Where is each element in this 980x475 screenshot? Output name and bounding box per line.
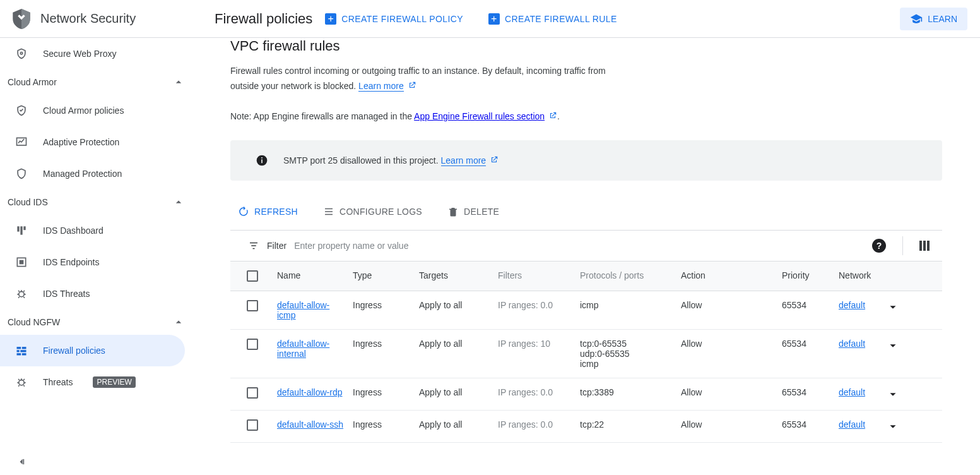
sidebar-item-ids-threats[interactable]: IDS Threats bbox=[0, 278, 195, 310]
cell-priority: 65534 bbox=[779, 330, 836, 378]
cell-filters: IP ranges: 0.0 bbox=[495, 291, 577, 329]
row-checkbox[interactable] bbox=[247, 387, 258, 399]
svg-rect-13 bbox=[22, 353, 27, 355]
col-filters[interactable]: Filters bbox=[495, 262, 577, 291]
svg-rect-3 bbox=[20, 226, 22, 234]
proxy-icon bbox=[15, 47, 28, 60]
svg-point-7 bbox=[19, 292, 24, 297]
smtp-learn-more-link[interactable]: Learn more bbox=[441, 155, 487, 166]
collapse-sidebar-button[interactable] bbox=[0, 447, 195, 475]
cell-filters: IP ranges: 10 bbox=[495, 330, 577, 378]
sidebar-group-cloud-armor[interactable]: Cloud Armor bbox=[0, 69, 195, 95]
cell-protocols: tcp:0-65535 udp:0-65535 icmp bbox=[577, 330, 678, 378]
external-link-icon bbox=[490, 155, 499, 164]
cell-priority: 65534 bbox=[779, 411, 836, 442]
svg-rect-10 bbox=[17, 350, 20, 352]
note-text: Note: App Engine firewalls are managed i… bbox=[230, 111, 942, 121]
plus-icon: + bbox=[488, 13, 500, 25]
network-link[interactable]: default bbox=[839, 419, 865, 430]
svg-rect-2 bbox=[17, 226, 19, 231]
column-settings-button[interactable] bbox=[919, 241, 930, 251]
cell-type: Ingress bbox=[350, 378, 416, 410]
create-firewall-rule-button[interactable]: + CREATE FIREWALL RULE bbox=[488, 13, 617, 25]
sidebar-group-cloud-ngfw[interactable]: Cloud NGFW bbox=[0, 310, 195, 335]
sidebar-item-label: Adaptive Protection bbox=[43, 137, 119, 147]
learn-more-label: Learn more bbox=[441, 155, 487, 165]
filter-input[interactable] bbox=[294, 241, 865, 251]
rule-name-link[interactable]: default-allow-ssh bbox=[277, 419, 343, 430]
sidebar-group-label: Cloud IDS bbox=[8, 197, 48, 207]
shield-icon bbox=[13, 9, 30, 29]
chevron-down-icon[interactable] bbox=[886, 387, 900, 401]
filter-icon bbox=[248, 240, 259, 251]
col-priority[interactable]: Priority bbox=[779, 262, 836, 291]
chevron-down-icon[interactable] bbox=[886, 419, 900, 433]
help-button[interactable]: ? bbox=[872, 239, 886, 253]
chevron-down-icon[interactable] bbox=[886, 300, 900, 314]
section-description: Firewall rules control incoming or outgo… bbox=[230, 63, 622, 93]
configure-logs-label: CONFIGURE LOGS bbox=[339, 207, 422, 217]
table-row: default-allow-icmpIngressApply to allIP … bbox=[230, 291, 942, 330]
chart-line-icon bbox=[15, 136, 28, 148]
sidebar-item-threats[interactable]: Threats PREVIEW bbox=[0, 366, 195, 398]
table-action-bar: REFRESH CONFIGURE LOGS DELETE bbox=[230, 200, 942, 230]
chevron-down-icon[interactable] bbox=[886, 339, 900, 352]
dashboard-icon bbox=[15, 224, 28, 237]
sidebar-item-firewall-policies[interactable]: Firewall policies bbox=[0, 335, 185, 366]
rule-name-link[interactable]: default-allow-icmp bbox=[277, 300, 329, 320]
sidebar-item-cloud-armor-policies[interactable]: Cloud Armor policies bbox=[0, 95, 195, 126]
create-firewall-policy-button[interactable]: + CREATE FIREWALL POLICY bbox=[325, 13, 463, 25]
rule-name-link[interactable]: default-allow-internal bbox=[277, 339, 329, 359]
row-checkbox[interactable] bbox=[247, 300, 258, 311]
sidebar-item-secure-web-proxy[interactable]: Secure Web Proxy bbox=[0, 38, 195, 69]
sidebar-group-label: Cloud Armor bbox=[8, 77, 57, 87]
configure-logs-button[interactable]: CONFIGURE LOGS bbox=[323, 206, 422, 217]
learn-button[interactable]: LEARN bbox=[900, 8, 967, 30]
refresh-button[interactable]: REFRESH bbox=[238, 206, 298, 217]
sidebar-item-adaptive-protection[interactable]: Adaptive Protection bbox=[0, 126, 195, 158]
network-link[interactable]: default bbox=[839, 387, 865, 397]
cell-action: Allow bbox=[678, 378, 779, 410]
delete-button[interactable]: DELETE bbox=[447, 206, 499, 217]
col-network[interactable]: Network bbox=[836, 262, 874, 291]
row-checkbox[interactable] bbox=[247, 339, 258, 350]
col-type[interactable]: Type bbox=[350, 262, 416, 291]
learn-more-link[interactable]: Learn more bbox=[358, 81, 404, 92]
col-targets[interactable]: Targets bbox=[416, 262, 495, 291]
cell-action: Allow bbox=[678, 291, 779, 329]
cell-filters: IP ranges: 0.0 bbox=[495, 378, 577, 410]
cell-protocols: tcp:3389 bbox=[577, 378, 678, 410]
sidebar-item-managed-protection[interactable]: Managed Protection bbox=[0, 158, 195, 189]
cell-action: Allow bbox=[678, 330, 779, 378]
sidebar-item-ids-endpoints[interactable]: IDS Endpoints bbox=[0, 246, 195, 278]
row-checkbox[interactable] bbox=[247, 419, 258, 431]
note-prefix: Note: App Engine firewalls are managed i… bbox=[230, 111, 414, 121]
svg-point-0 bbox=[20, 52, 22, 54]
svg-rect-21 bbox=[325, 214, 333, 215]
main-content: VPC firewall rules Firewall rules contro… bbox=[195, 38, 980, 475]
sidebar-item-label: IDS Dashboard bbox=[43, 225, 103, 236]
app-engine-link[interactable]: App Engine Firewall rules section bbox=[414, 111, 545, 121]
col-action[interactable]: Action bbox=[678, 262, 779, 291]
cell-targets: Apply to all bbox=[416, 330, 495, 378]
select-all-checkbox[interactable] bbox=[247, 270, 258, 282]
sidebar-group-cloud-ids[interactable]: Cloud IDS bbox=[0, 189, 195, 215]
brand-title: Network Security bbox=[40, 11, 136, 26]
col-name[interactable]: Name bbox=[275, 262, 350, 291]
cell-targets: Apply to all bbox=[416, 411, 495, 442]
network-link[interactable]: default bbox=[839, 339, 865, 349]
rule-name-link[interactable]: default-allow-rdp bbox=[277, 387, 343, 397]
col-protocols[interactable]: Protocols / ports bbox=[577, 262, 678, 291]
cell-type: Ingress bbox=[350, 411, 416, 442]
smtp-info-banner: SMTP port 25 disallowed in this project.… bbox=[230, 140, 942, 181]
refresh-icon bbox=[238, 206, 249, 217]
table-header: Name Type Targets Filters Protocols / po… bbox=[230, 262, 942, 291]
sidebar: Secure Web Proxy Cloud Armor Cloud Armor… bbox=[0, 38, 195, 475]
svg-rect-19 bbox=[325, 208, 333, 210]
sidebar-item-ids-dashboard[interactable]: IDS Dashboard bbox=[0, 215, 195, 246]
trash-icon bbox=[447, 206, 459, 217]
description-text: Firewall rules control incoming or outgo… bbox=[230, 66, 606, 91]
sidebar-item-label: Secure Web Proxy bbox=[43, 49, 116, 59]
network-link[interactable]: default bbox=[839, 300, 865, 310]
cell-targets: Apply to all bbox=[416, 291, 495, 329]
